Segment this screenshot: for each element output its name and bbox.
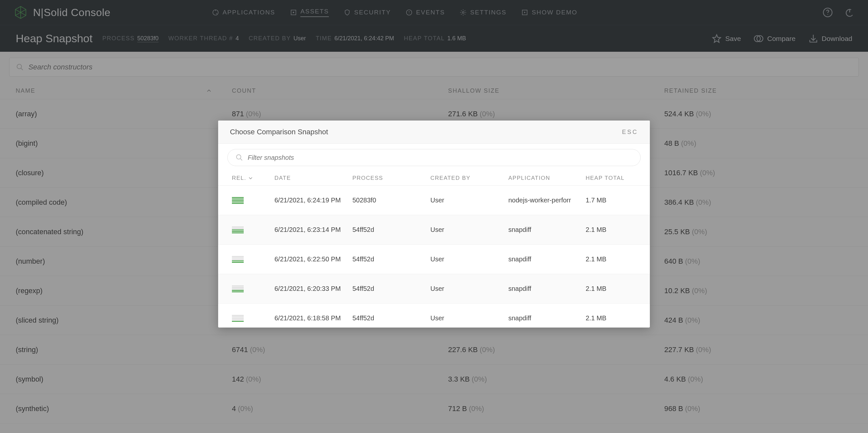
compare-snapshot-modal: Choose Comparison Snapshot ESC REL. DATE… — [218, 121, 650, 328]
snapshot-list: 6/21/2021, 6:24:19 PM50283f0Usernodejs-w… — [218, 186, 650, 328]
snapshot-application: snapdiff — [508, 255, 577, 263]
snapshot-application: snapdiff — [508, 314, 577, 322]
snapshot-row[interactable]: 6/21/2021, 6:22:50 PM54ff52dUsersnapdiff… — [218, 245, 650, 274]
relevance-icon — [232, 314, 244, 322]
chevron-down-icon — [248, 175, 253, 181]
snapshot-date: 6/21/2021, 6:18:58 PM — [275, 314, 341, 322]
snapshot-row[interactable]: 6/21/2021, 6:23:14 PM54ff52dUsersnapdiff… — [218, 215, 650, 245]
mcol-date[interactable]: DATE — [275, 175, 291, 181]
snapshot-created-by: User — [430, 255, 444, 263]
snapshot-process: 54ff52d — [352, 285, 374, 292]
snapshot-date: 6/21/2021, 6:24:19 PM — [275, 196, 341, 204]
snapshot-heap-total: 2.1 MB — [586, 255, 606, 263]
snapshot-created-by: User — [430, 314, 444, 322]
snapshot-heap-total: 1.7 MB — [586, 196, 606, 204]
snapshot-heap-total: 2.1 MB — [586, 285, 606, 292]
relevance-icon — [232, 255, 244, 263]
mcol-rel[interactable]: REL. — [232, 175, 275, 181]
relevance-icon — [232, 196, 244, 205]
relevance-icon — [232, 285, 244, 293]
snapshot-process: 50283f0 — [352, 196, 376, 204]
filter-snapshots[interactable] — [227, 149, 641, 166]
snapshot-created-by: User — [430, 196, 444, 204]
relevance-icon — [232, 226, 244, 234]
snapshot-date: 6/21/2021, 6:23:14 PM — [275, 226, 341, 233]
filter-input[interactable] — [248, 154, 632, 161]
snapshot-application: nodejs-worker-perforr — [508, 196, 577, 204]
snapshot-heap-total: 2.1 MB — [586, 314, 606, 322]
modal-table-header: REL. DATE PROCESS CREATED BY APPLICATION… — [218, 171, 650, 186]
snapshot-date: 6/21/2021, 6:22:50 PM — [275, 255, 341, 263]
svg-point-11 — [237, 155, 241, 159]
mcol-heap-total[interactable]: HEAP TOTAL — [586, 175, 625, 181]
snapshot-process: 54ff52d — [352, 255, 374, 263]
modal-close-esc[interactable]: ESC — [622, 129, 638, 135]
snapshot-row[interactable]: 6/21/2021, 6:20:33 PM54ff52dUsersnapdiff… — [218, 274, 650, 304]
snapshot-heap-total: 2.1 MB — [586, 226, 606, 233]
snapshot-created-by: User — [430, 226, 444, 233]
snapshot-created-by: User — [430, 285, 444, 292]
search-icon — [236, 154, 243, 161]
snapshot-row[interactable]: 6/21/2021, 6:24:19 PM50283f0Usernodejs-w… — [218, 186, 650, 215]
mcol-application[interactable]: APPLICATION — [508, 175, 577, 181]
snapshot-row[interactable]: 6/21/2021, 6:18:58 PM54ff52dUsersnapdiff… — [218, 304, 650, 328]
mcol-created-by[interactable]: CREATED BY — [430, 175, 470, 181]
modal-overlay[interactable]: Choose Comparison Snapshot ESC REL. DATE… — [0, 0, 868, 433]
modal-title: Choose Comparison Snapshot — [230, 128, 328, 136]
snapshot-application: snapdiff — [508, 226, 577, 234]
snapshot-process: 54ff52d — [352, 314, 374, 322]
mcol-process[interactable]: PROCESS — [352, 175, 383, 181]
snapshot-date: 6/21/2021, 6:20:33 PM — [275, 285, 341, 292]
snapshot-application: snapdiff — [508, 285, 577, 292]
snapshot-process: 54ff52d — [352, 226, 374, 233]
